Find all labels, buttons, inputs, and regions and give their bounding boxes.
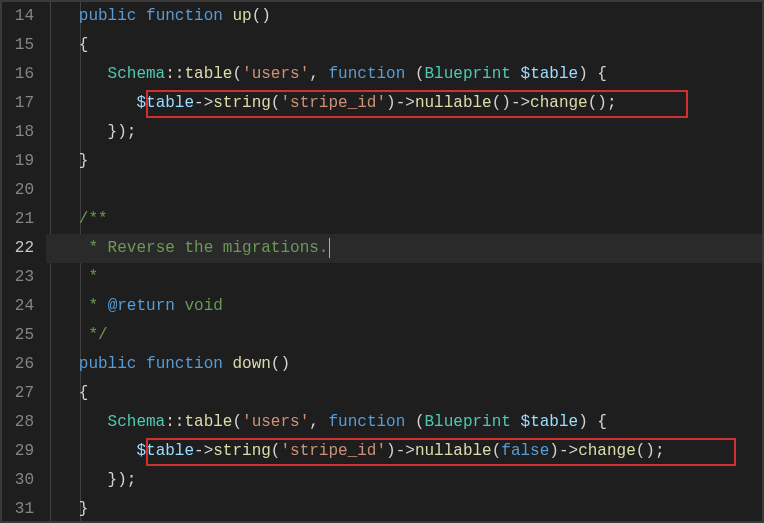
comment: void <box>175 297 223 315</box>
punctuation: , <box>309 413 328 431</box>
operator: -> <box>194 94 213 112</box>
function-name: down <box>232 355 270 373</box>
code-line[interactable]: */ <box>46 321 762 350</box>
comment: * <box>79 297 108 315</box>
punctuation: ) { <box>578 65 607 83</box>
comment: * <box>79 268 98 286</box>
string: 'users' <box>242 65 309 83</box>
punctuation: ( <box>232 65 242 83</box>
operator: -> <box>511 94 530 112</box>
line-number: 14 <box>2 2 34 31</box>
punctuation: :: <box>165 413 184 431</box>
punctuation: , <box>309 65 328 83</box>
class-name: Schema <box>108 413 166 431</box>
punctuation: ) <box>549 442 559 460</box>
phpdoc-tag: @return <box>108 297 175 315</box>
function-name: nullable <box>415 442 492 460</box>
operator: -> <box>396 94 415 112</box>
function-name: table <box>184 65 232 83</box>
boolean: false <box>501 442 549 460</box>
line-number: 26 <box>2 350 34 379</box>
class-name: Schema <box>108 65 166 83</box>
punctuation: ( <box>232 413 242 431</box>
line-number: 25 <box>2 321 34 350</box>
code-line[interactable]: /** <box>46 205 762 234</box>
line-number: 29 <box>2 437 34 466</box>
function-name: change <box>578 442 636 460</box>
code-line[interactable]: Schema::table('users', function (Bluepri… <box>46 408 762 437</box>
keyword: function <box>328 413 405 431</box>
function-name: string <box>213 442 271 460</box>
line-number: 17 <box>2 89 34 118</box>
line-number-gutter: 14 15 16 17 18 19 20 21 22 23 24 25 26 2… <box>2 2 46 521</box>
keyword: public <box>79 355 137 373</box>
code-line[interactable]: * @return void <box>46 292 762 321</box>
line-number: 18 <box>2 118 34 147</box>
punctuation: } <box>79 500 89 518</box>
class-name: Blueprint <box>425 65 511 83</box>
function-name: table <box>184 413 232 431</box>
code-line[interactable]: { <box>46 379 762 408</box>
code-line[interactable]: }); <box>46 118 762 147</box>
string: 'users' <box>242 413 309 431</box>
line-number: 28 <box>2 408 34 437</box>
punctuation: ) <box>386 94 396 112</box>
punctuation: ( <box>492 442 502 460</box>
operator: -> <box>194 442 213 460</box>
punctuation: }); <box>108 471 137 489</box>
punctuation: (); <box>636 442 665 460</box>
string: 'stripe_id' <box>280 94 386 112</box>
code-line[interactable]: $table->string('stripe_id')->nullable()-… <box>46 89 762 118</box>
text-cursor <box>329 238 330 258</box>
variable: $table <box>521 413 579 431</box>
punctuation: ( <box>271 94 281 112</box>
punctuation: ) <box>386 442 396 460</box>
code-line[interactable]: * <box>46 263 762 292</box>
function-name: nullable <box>415 94 492 112</box>
punctuation: { <box>79 384 89 402</box>
punctuation: { <box>79 36 89 54</box>
code-line[interactable]: } <box>46 495 762 523</box>
comment: * Reverse the migrations. <box>79 239 329 257</box>
punctuation: (); <box>588 94 617 112</box>
code-line[interactable]: }); <box>46 466 762 495</box>
code-line[interactable]: } <box>46 147 762 176</box>
line-number: 15 <box>2 31 34 60</box>
line-number: 27 <box>2 379 34 408</box>
code-line[interactable]: * Reverse the migrations. <box>46 234 762 263</box>
line-number: 22 <box>2 234 34 263</box>
code-line[interactable]: Schema::table('users', function (Bluepri… <box>46 60 762 89</box>
line-number: 16 <box>2 60 34 89</box>
code-content[interactable]: public function up() { Schema::table('us… <box>46 2 762 521</box>
function-name: change <box>530 94 588 112</box>
punctuation: ) { <box>578 413 607 431</box>
punctuation: } <box>79 152 89 170</box>
string: 'stripe_id' <box>280 442 386 460</box>
keyword: function <box>328 65 405 83</box>
punctuation: () <box>252 7 271 25</box>
comment: /** <box>79 210 108 228</box>
line-number: 20 <box>2 176 34 205</box>
variable: $table <box>136 94 194 112</box>
operator: -> <box>396 442 415 460</box>
function-name: string <box>213 94 271 112</box>
line-number: 19 <box>2 147 34 176</box>
code-line[interactable]: public function down() <box>46 350 762 379</box>
punctuation: () <box>492 94 511 112</box>
code-editor[interactable]: 14 15 16 17 18 19 20 21 22 23 24 25 26 2… <box>2 2 762 521</box>
class-name: Blueprint <box>425 413 511 431</box>
line-number: 23 <box>2 263 34 292</box>
keyword: public <box>79 7 137 25</box>
code-line[interactable] <box>46 176 762 205</box>
code-line[interactable]: { <box>46 31 762 60</box>
variable: $table <box>521 65 579 83</box>
line-number: 31 <box>2 495 34 523</box>
variable: $table <box>136 442 194 460</box>
line-number: 21 <box>2 205 34 234</box>
punctuation: ( <box>415 65 425 83</box>
punctuation: :: <box>165 65 184 83</box>
punctuation: }); <box>108 123 137 141</box>
code-line[interactable]: $table->string('stripe_id')->nullable(fa… <box>46 437 762 466</box>
code-line[interactable]: public function up() <box>46 2 762 31</box>
punctuation: () <box>271 355 290 373</box>
